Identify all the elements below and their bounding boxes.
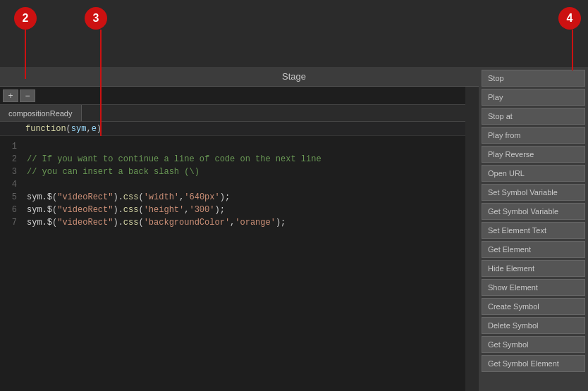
code-line-1: // If you want to continue a line of cod… <box>27 154 321 164</box>
badge-2: 2 <box>14 7 37 30</box>
action-set-symbol-variable[interactable]: Set Symbol Variable <box>482 184 585 201</box>
line-num-1: 1 <box>0 140 17 153</box>
action-play-reverse[interactable]: Play Reverse <box>482 146 585 163</box>
toolbar: + − <box>0 87 465 105</box>
badge-3: 3 <box>85 7 107 30</box>
add-button[interactable]: + <box>3 89 18 102</box>
titlebar-title: Stage <box>282 71 306 82</box>
tab-composition-ready[interactable]: compositionReady <box>0 105 82 121</box>
action-set-element-text[interactable]: Set Element Text <box>482 222 585 239</box>
code-line-2: // you can insert a back slash (\) <box>27 167 200 177</box>
action-create-symbol[interactable]: Create Symbol <box>482 298 585 315</box>
right-panel: Stop Play Stop at Play from Play Reverse… <box>479 67 588 391</box>
action-hide-element[interactable]: Hide Element <box>482 260 585 277</box>
code-line-6: sym.$("videoRect").css('backgroundColor'… <box>27 218 286 228</box>
action-play-from[interactable]: Play from <box>482 127 585 144</box>
tab-bar: compositionReady <box>0 105 465 122</box>
action-open-url[interactable]: Open URL <box>482 165 585 182</box>
code-line-7 <box>27 230 32 240</box>
func-keyword: function <box>25 124 66 134</box>
line-num-3: 3 <box>0 166 17 178</box>
action-play[interactable]: Play <box>482 89 585 106</box>
remove-button[interactable]: − <box>20 89 35 102</box>
action-show-element[interactable]: Show Element <box>482 279 585 296</box>
action-get-element[interactable]: Get Element <box>482 241 585 258</box>
line-num-2: 2 <box>0 153 17 166</box>
action-get-symbol-element[interactable]: Get Symbol Element <box>482 355 585 372</box>
code-editor[interactable]: 1 2 3 4 5 6 7 // If you want to continue… <box>0 136 465 391</box>
line-num-7: 7 <box>0 216 17 229</box>
action-get-symbol[interactable]: Get Symbol <box>482 336 585 353</box>
action-stop-at[interactable]: Stop at <box>482 108 585 125</box>
code-line-5: sym.$("videoRect").css('height','300'); <box>27 205 225 215</box>
code-line-4: sym.$("videoRect").css('width','640px'); <box>27 192 230 202</box>
action-stop[interactable]: Stop <box>482 70 585 87</box>
code-content[interactable]: // If you want to continue a line of cod… <box>21 136 465 391</box>
badge-4: 4 <box>558 7 581 30</box>
line-num-6: 6 <box>0 204 17 216</box>
action-get-symbol-variable[interactable]: Get Symbol Variable <box>482 203 585 220</box>
action-delete-symbol[interactable]: Delete Symbol <box>482 317 585 334</box>
line-numbers: 1 2 3 4 5 6 7 <box>0 136 21 391</box>
line-num-5: 5 <box>0 191 17 204</box>
func-signature: function(sym, e) <box>0 122 465 136</box>
code-line-3 <box>27 180 32 190</box>
line-num-4: 4 <box>0 178 17 191</box>
